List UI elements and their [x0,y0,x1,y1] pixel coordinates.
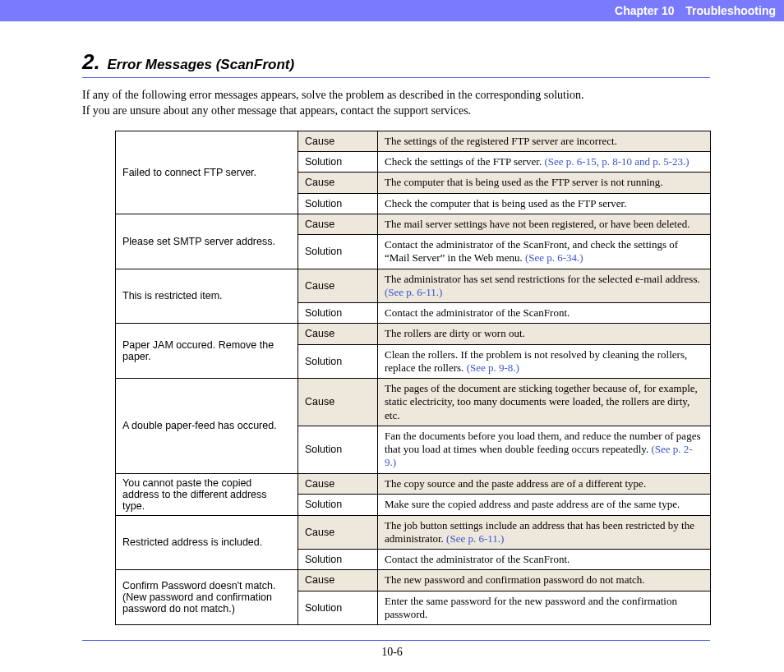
chapter-label: Chapter 10 [615,4,674,17]
table-row: Restricted address is included.CauseThe … [116,515,711,550]
error-message-table: Failed to connect FTP server.CauseThe se… [115,131,711,625]
cause-label: Cause [298,131,378,151]
solution-description: Make sure the copied address and paste a… [378,495,711,516]
solution-label: Solution [298,303,378,324]
table-row: This is restricted item.CauseThe adminis… [116,269,711,303]
solution-label: Solution [298,550,378,570]
solution-description: Fan the documents before you load them, … [378,426,711,473]
solution-description: Enter the same password for the new pass… [378,591,711,625]
solution-label: Solution [298,193,378,214]
solution-label: Solution [298,344,378,379]
page-content: 2. Error Messages (ScanFront) If any of … [0,21,784,625]
error-message-cell: You cannot paste the copied address to t… [116,473,298,515]
section-heading: 2. Error Messages (ScanFront) [82,49,710,78]
error-message-cell: Paper JAM occured. Remove the paper. [116,324,298,379]
cause-label: Cause [298,173,378,193]
cause-description: The settings of the registered FTP serve… [378,131,711,151]
cause-label: Cause [298,515,378,550]
page-reference-link[interactable]: (See p. 6-34.) [525,251,583,264]
solution-label: Solution [298,152,378,173]
solution-label: Solution [298,495,378,516]
footer-rule [82,640,710,641]
error-message-cell: Failed to connect FTP server. [116,131,298,214]
solution-label: Solution [298,235,378,269]
solution-label: Solution [298,426,378,473]
table-row: Confirm Password doesn't match. (New pas… [116,570,711,591]
solution-label: Solution [298,591,378,625]
cause-label: Cause [298,379,378,426]
solution-description: Contact the administrator of the ScanFro… [378,235,711,269]
page-reference-link[interactable]: (See p. 2-9.) [385,443,693,468]
cause-label: Cause [298,473,378,495]
cause-label: Cause [298,324,378,344]
solution-description: Clean the rollers. If the problem is not… [378,344,711,379]
cause-description: The administrator has set send restricti… [378,269,711,303]
table-row: Paper JAM occured. Remove the paper.Caus… [116,324,711,344]
error-message-cell: A double paper-feed has occured. [116,379,298,474]
page-reference-link[interactable]: (See p. 6-11.) [385,286,442,298]
cause-description: The pages of the document are sticking t… [378,379,711,426]
solution-description: Contact the administrator of the ScanFro… [378,550,711,570]
table-row: You cannot paste the copied address to t… [116,473,711,495]
page-header: Chapter 10 Troubleshooting [0,0,784,21]
cause-description: The new password and confirmation passwo… [378,570,711,591]
table-row: Please set SMTP server address.CauseThe … [116,214,711,234]
solution-description: Check the settings of the FTP server. (S… [378,152,711,173]
error-message-cell: This is restricted item. [116,269,298,324]
page-reference-link[interactable]: (See p. 9-8.) [467,361,519,374]
cause-description: The mail server settings have not been r… [378,214,711,234]
page-reference-link[interactable]: (See p. 6-11.) [446,532,504,545]
cause-description: The job button settings include an addre… [378,515,711,550]
error-message-cell: Confirm Password doesn't match. (New pas… [116,570,298,625]
section-number: 2. [82,49,100,74]
cause-label: Cause [298,269,378,303]
section-title-text: Error Messages (ScanFront) [107,57,294,72]
table-row: Failed to connect FTP server.CauseThe se… [116,131,711,151]
error-message-cell: Restricted address is included. [116,515,298,570]
solution-description: Contact the administrator of the ScanFro… [378,303,711,324]
cause-description: The rollers are dirty or worn out. [378,324,711,344]
solution-description: Check the computer that is being used as… [378,193,711,214]
page-number: 10-6 [0,646,784,659]
error-message-cell: Please set SMTP server address. [116,214,298,269]
chapter-title: Troubleshooting [685,4,776,17]
cause-label: Cause [298,570,378,591]
cause-description: The copy source and the paste address ar… [378,473,711,495]
intro-text: If any of the following error messages a… [82,88,710,119]
cause-description: The computer that is being used as the F… [378,173,711,193]
page-reference-link[interactable]: (See p. 6-15, p. 8-10 and p. 5-23.) [545,155,689,168]
table-row: A double paper-feed has occured.CauseThe… [116,379,711,426]
cause-label: Cause [298,214,378,234]
